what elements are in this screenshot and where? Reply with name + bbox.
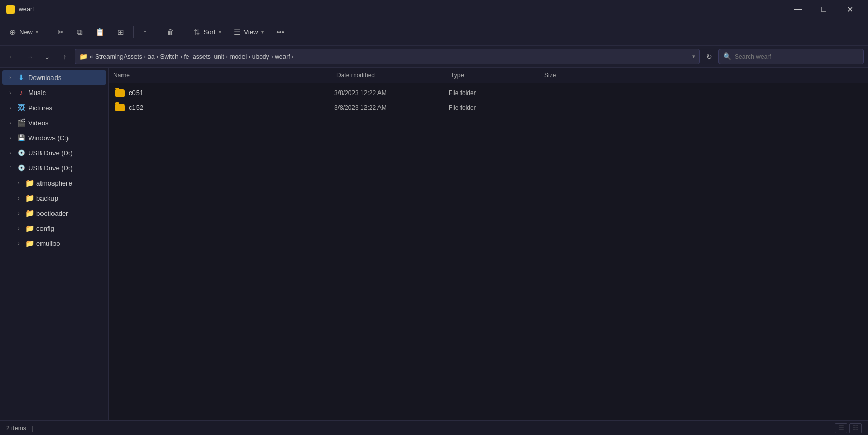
col-header-name[interactable]: Name [109, 72, 332, 79]
new-button[interactable]: ⊕ New ▾ [4, 23, 44, 42]
toolbar-separator-4 [184, 26, 184, 38]
file-name-cell-c051: c051 [111, 89, 334, 97]
paste-shortcut-button[interactable]: ⊞ [112, 23, 129, 42]
sidebar-item-windows-c[interactable]: › 💾 Windows (C:) [2, 130, 106, 145]
back-button[interactable]: ← [4, 49, 20, 64]
col-header-type[interactable]: Type [446, 72, 540, 79]
atmosphere-icon: 📁 [25, 178, 34, 188]
sidebar-item-music[interactable]: › ♪ Music [2, 85, 106, 100]
close-button[interactable]: ✕ [838, 2, 862, 17]
forward-button[interactable]: → [22, 49, 37, 64]
sidebar-chevron-pictures: › [6, 105, 15, 111]
file-area: Name Date modified Type Size c051 3/8/20… [109, 68, 868, 420]
status-view-icons: ☰ ☷ [835, 423, 862, 433]
sort-label: Sort [204, 28, 216, 36]
copy-button[interactable]: ⧉ [72, 23, 88, 42]
search-input[interactable] [735, 53, 859, 60]
folder-icon-c051 [115, 89, 125, 97]
sidebar-chevron-atmosphere: › [15, 180, 23, 186]
paste-icon: 📋 [95, 28, 105, 37]
sidebar-item-usb-d-collapsed[interactable]: › 💿 USB Drive (D:) [2, 146, 106, 160]
address-folder-icon: 📁 [79, 52, 88, 60]
column-headers: Name Date modified Type Size [109, 68, 868, 83]
address-bar[interactable]: 📁 « StreamingAssets › aa › Switch › fe_a… [75, 49, 700, 64]
file-name-c152: c152 [129, 103, 143, 111]
sidebar-item-downloads[interactable]: › ⬇ Downloads [2, 70, 106, 85]
up-button[interactable]: ↑ [57, 49, 73, 64]
file-name-cell-c152: c152 [111, 103, 334, 111]
sidebar-chevron-backup: › [15, 195, 23, 201]
windows-c-icon: 💾 [17, 133, 26, 142]
search-box[interactable]: 🔍 [718, 49, 864, 64]
sidebar-item-emuiibo[interactable]: › 📁 emuiibo [2, 236, 106, 251]
paste-shortcut-icon: ⊞ [117, 28, 124, 37]
sidebar-chevron-usb-d-expanded: ˅ [6, 165, 15, 171]
status-bar: 2 items | ☰ ☷ [0, 420, 868, 435]
sidebar-chevron-windows-c: › [6, 135, 15, 141]
more-icon: ••• [276, 28, 284, 36]
toolbar: ⊕ New ▾ ✂ ⧉ 📋 ⊞ ↑ 🗑 ⇅ Sort ▾ ☰ View ▾ ••… [0, 19, 868, 46]
backup-icon: 📁 [25, 193, 34, 203]
sidebar-label-backup: backup [36, 194, 102, 202]
usb-d-collapsed-icon: 💿 [17, 148, 26, 157]
grid-view-button[interactable]: ☷ [849, 423, 862, 433]
table-row[interactable]: c051 3/8/2023 12:22 AM File folder [111, 86, 866, 100]
file-name-c051: c051 [129, 89, 143, 97]
status-separator: | [31, 425, 33, 432]
share-button[interactable]: ↑ [138, 23, 153, 42]
addressbar-row: ← → ⌄ ↑ 📁 « StreamingAssets › aa › Switc… [0, 46, 868, 68]
sidebar-item-bootloader[interactable]: › 📁 bootloader [2, 206, 106, 220]
sidebar-item-backup[interactable]: › 📁 backup [2, 191, 106, 205]
sidebar-item-pictures[interactable]: › 🖼 Pictures [2, 100, 106, 115]
paste-button[interactable]: 📋 [90, 23, 110, 42]
sidebar-item-videos[interactable]: › 🎬 Videos [2, 115, 106, 130]
share-icon: ↑ [143, 28, 147, 36]
col-header-date[interactable]: Date modified [332, 72, 446, 79]
address-text: « StreamingAssets › aa › Switch › fe_ass… [90, 53, 690, 60]
refresh-button[interactable]: ↻ [702, 49, 716, 64]
view-chevron-icon: ▾ [261, 29, 264, 35]
sidebar-label-atmosphere: atmosphere [36, 179, 102, 187]
cut-icon: ✂ [58, 28, 64, 37]
view-icon: ☰ [234, 28, 240, 37]
sidebar-label-videos: Videos [28, 119, 102, 127]
sidebar-label-config: config [36, 225, 102, 232]
more-button[interactable]: ••• [271, 23, 290, 42]
sort-icon: ⇅ [194, 28, 200, 37]
address-dropdown-icon[interactable]: ▾ [692, 53, 695, 60]
cut-button[interactable]: ✂ [52, 23, 70, 42]
view-button[interactable]: ☰ View ▾ [228, 23, 269, 42]
file-type-c051: File folder [449, 89, 542, 97]
sidebar-label-bootloader: bootloader [36, 209, 102, 217]
title-bar: wearf — □ ✕ [0, 0, 868, 19]
sidebar-item-config[interactable]: › 📁 config [2, 221, 106, 235]
sidebar-chevron-music: › [6, 90, 15, 96]
toolbar-separator-1 [48, 26, 48, 38]
delete-button[interactable]: 🗑 [161, 23, 180, 42]
sidebar-chevron-downloads: › [6, 75, 15, 81]
sidebar-label-downloads: Downloads [28, 74, 102, 82]
status-item-count: 2 items [6, 425, 26, 432]
sort-chevron-icon: ▾ [219, 29, 221, 35]
sidebar-item-atmosphere[interactable]: › 📁 atmosphere [2, 176, 106, 190]
main-area: › ⬇ Downloads › ♪ Music › 🖼 Pictures › 🎬… [0, 68, 868, 420]
config-icon: 📁 [25, 223, 34, 233]
sidebar-label-emuiibo: emuiibo [36, 240, 102, 247]
downloads-icon: ⬇ [17, 73, 26, 82]
sort-button[interactable]: ⇅ Sort ▾ [188, 23, 227, 42]
table-row[interactable]: c152 3/8/2023 12:22 AM File folder [111, 100, 866, 114]
maximize-button[interactable]: □ [812, 2, 836, 17]
toolbar-separator-2 [133, 26, 134, 38]
usb-d-expanded-icon: 💿 [17, 163, 26, 173]
sidebar-label-windows-c: Windows (C:) [28, 134, 102, 142]
recent-button[interactable]: ⌄ [39, 49, 55, 64]
sidebar-label-pictures: Pictures [28, 104, 102, 112]
minimize-button[interactable]: — [786, 2, 810, 17]
sidebar-chevron-videos: › [6, 120, 15, 126]
sidebar-label-usb-d-collapsed: USB Drive (D:) [28, 149, 102, 157]
sidebar-item-usb-d-expanded[interactable]: ˅ 💿 USB Drive (D:) [2, 161, 106, 175]
list-view-button[interactable]: ☰ [835, 423, 847, 433]
window-controls: — □ ✕ [786, 2, 862, 17]
videos-icon: 🎬 [17, 118, 26, 127]
col-header-size[interactable]: Size [540, 72, 602, 79]
